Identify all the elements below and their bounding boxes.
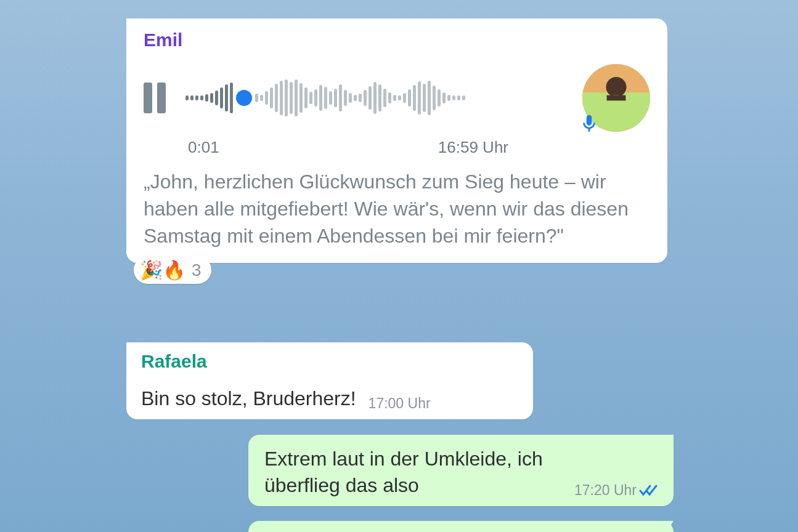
sender-avatar-wrap: [582, 64, 650, 132]
chat-viewport[interactable]: Emil: [0, 0, 798, 532]
message-text: Extrem laut in der Umkleide, ich überfli…: [264, 446, 563, 499]
reaction-emojis: 🎉🔥: [140, 259, 185, 281]
message-text: Kann's kaum erwarten, euch: [264, 530, 659, 532]
pause-button[interactable]: [144, 83, 171, 113]
voice-transcript: „John, herzlichen Glückwunsch zum Sieg h…: [144, 168, 650, 249]
svg-rect-4: [607, 95, 626, 101]
message-time: 17:00 Uhr: [368, 395, 431, 412]
message-emil-voice[interactable]: Emil: [126, 18, 667, 263]
reaction-pill[interactable]: 🎉🔥 3: [134, 256, 211, 284]
elapsed-time: 0:01: [188, 138, 219, 157]
sender-name: Rafaela: [141, 351, 518, 372]
voice-player: [144, 64, 650, 132]
message-rafaela[interactable]: Rafaela Bin so stolz, Bruderherz! 17:00 …: [126, 342, 533, 419]
sent-time: 16:59 Uhr: [438, 138, 508, 157]
message-outgoing-1[interactable]: Extrem laut in der Umkleide, ich überfli…: [248, 435, 674, 506]
sender-name: Emil: [144, 30, 650, 50]
microphone-icon: [579, 113, 600, 134]
message-outgoing-2[interactable]: Kann's kaum erwarten, euch: [248, 521, 674, 532]
read-receipt-icon: [639, 483, 659, 497]
reaction-count: 3: [192, 260, 202, 280]
message-text: Bin so stolz, Bruderherz!: [141, 385, 356, 412]
message-time: 17:20 Uhr: [574, 482, 637, 499]
voice-times: 0:01 16:59 Uhr: [188, 138, 508, 157]
voice-progress-knob[interactable]: [236, 90, 252, 106]
voice-waveform[interactable]: [185, 79, 568, 116]
svg-point-2: [606, 77, 627, 97]
